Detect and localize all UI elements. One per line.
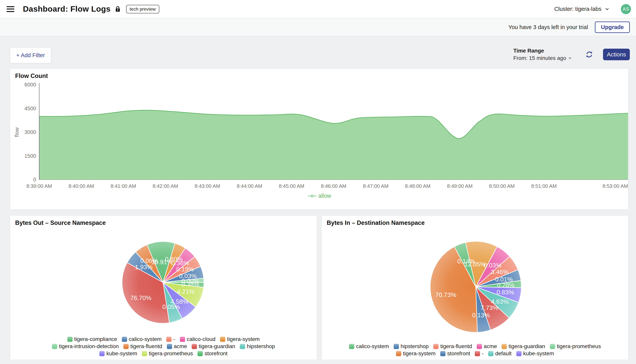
legend-swatch bbox=[550, 344, 555, 349]
legend-item-tigera-prometheus[interactable]: tigera-prometheus bbox=[550, 343, 601, 350]
legend-item-tigera-fluentd[interactable]: tigera-fluentd bbox=[123, 343, 162, 350]
legend-label: calico-cloud bbox=[187, 336, 216, 342]
legend-swatch bbox=[477, 344, 482, 349]
legend-label: kube-system bbox=[523, 350, 554, 357]
legend-swatch bbox=[192, 344, 197, 349]
legend-label: storefront bbox=[447, 350, 470, 357]
flow-count-area-chart[interactable]: 01500300045006000flow8:39:00 AM8:40:00 A… bbox=[10, 68, 629, 210]
time-range-selector[interactable]: Time Range From: 15 minutes ago bbox=[513, 47, 572, 62]
x-tick-label: 8:43:00 AM bbox=[195, 183, 220, 189]
legend-item-acme[interactable]: acme bbox=[167, 343, 187, 350]
pie-percent-label: 3.46% bbox=[491, 268, 509, 276]
legend-item-tigera-intrusion-detection[interactable]: tigera-intrusion-detection bbox=[52, 343, 119, 350]
legend-swatch bbox=[502, 344, 507, 349]
legend-label: acme bbox=[174, 343, 187, 350]
legend-label: tigera-system bbox=[227, 336, 260, 342]
legend-swatch bbox=[123, 344, 129, 349]
refresh-icon[interactable] bbox=[585, 51, 593, 58]
legend-item-tigera-guardian[interactable]: tigera-guardian bbox=[192, 343, 235, 350]
legend-swatch bbox=[349, 344, 354, 349]
legend-item-kube-system[interactable]: kube-system bbox=[99, 350, 137, 357]
legend-item-tigera-prometheus[interactable]: tigera-prometheus bbox=[142, 350, 193, 357]
legend-label: tigera-fluentd bbox=[440, 343, 472, 350]
legend-label: tigera-prometheus bbox=[149, 350, 193, 357]
legend-label: - bbox=[173, 336, 175, 342]
legend-item-hipstershop[interactable]: hipstershop bbox=[240, 343, 275, 350]
x-tick-label: 8:50:00 AM bbox=[489, 183, 515, 189]
x-tick-label: 8:45:00 AM bbox=[279, 183, 304, 189]
bytes-out-panel: Bytes Out – Source Namespace 10.91%0.60%… bbox=[10, 215, 317, 360]
legend-item-default[interactable]: default bbox=[488, 350, 511, 357]
legend-swatch bbox=[52, 344, 57, 349]
pie-percent-label: 70.73% bbox=[435, 291, 456, 298]
legend-item-hipstershop[interactable]: hipstershop bbox=[394, 343, 429, 350]
legend-item-tigera-system[interactable]: tigera-system bbox=[220, 336, 260, 342]
legend-label: calico-system bbox=[129, 336, 162, 342]
legend-label: calico-system bbox=[356, 343, 389, 350]
pie-percent-label: 76.70% bbox=[130, 294, 152, 302]
legend-item-calico-cloud[interactable]: calico-cloud bbox=[180, 336, 216, 342]
legend-item-allow[interactable]: allow bbox=[308, 193, 331, 199]
x-tick-label: 8:42:00 AM bbox=[153, 183, 178, 189]
pie-percent-label: 0.28% bbox=[497, 282, 515, 288]
pie-percent-label: 7.73% bbox=[481, 304, 498, 311]
y-tick-label: 0 bbox=[33, 177, 36, 182]
legend-item--[interactable]: - bbox=[475, 350, 483, 357]
legend-item-tigera-system[interactable]: tigera-system bbox=[396, 350, 436, 357]
cluster-selector[interactable]: Cluster: tigera-labs bbox=[554, 6, 610, 12]
chevron-down-icon bbox=[604, 6, 610, 12]
legend-swatch bbox=[197, 351, 203, 356]
time-range-title: Time Range bbox=[513, 47, 572, 54]
legend-item-acme[interactable]: acme bbox=[477, 343, 497, 350]
x-tick-label: 8:53:00 AM bbox=[602, 183, 628, 189]
legend-item-storefront[interactable]: storefront bbox=[197, 350, 227, 357]
pie-percent-label: 1.93% bbox=[135, 264, 153, 270]
legend-swatch bbox=[396, 351, 401, 356]
add-filter-button[interactable]: + Add Filter bbox=[10, 47, 52, 64]
legend-swatch bbox=[166, 337, 172, 342]
legend-label: default bbox=[495, 350, 511, 357]
x-tick-label: 8:46:00 AM bbox=[321, 183, 347, 189]
legend-label: tigera-system bbox=[403, 350, 436, 357]
legend-swatch bbox=[142, 351, 147, 356]
pie-percent-label: 0.13% bbox=[472, 312, 490, 319]
allow-line-icon bbox=[308, 194, 316, 198]
trial-banner: You have 3 days left in your trial Upgra… bbox=[0, 18, 636, 36]
upgrade-button[interactable]: Upgrade bbox=[595, 22, 630, 33]
lock-icon bbox=[115, 6, 121, 12]
actions-button[interactable]: Actions bbox=[603, 49, 630, 60]
tech-preview-badge: tech preview bbox=[126, 5, 159, 13]
legend-swatch bbox=[433, 344, 439, 349]
legend-item-storefront[interactable]: storefront bbox=[440, 350, 470, 357]
legend-item-tigera-compliance[interactable]: tigera-compliance bbox=[67, 336, 117, 342]
legend-swatch bbox=[180, 337, 185, 342]
legend-label: hipstershop bbox=[247, 343, 275, 350]
x-tick-label: 8:49:00 AM bbox=[447, 183, 473, 189]
trial-message: You have 3 days left in your trial bbox=[508, 24, 588, 30]
legend-item-calico-system[interactable]: calico-system bbox=[349, 343, 389, 350]
legend-swatch bbox=[167, 344, 172, 349]
legend-item-calico-system[interactable]: calico-system bbox=[122, 336, 162, 342]
legend-label: tigera-fluentd bbox=[130, 343, 162, 350]
legend-swatch bbox=[99, 351, 105, 356]
legend-item-kube-system[interactable]: kube-system bbox=[516, 350, 554, 357]
legend-swatch bbox=[122, 337, 127, 342]
bytes-in-pie-chart[interactable]: 12.05%0.03%3.46%0.01%0.28%0.83%4.63%7.73… bbox=[322, 216, 629, 360]
page-title: Dashboard: Flow Logs bbox=[23, 4, 111, 14]
legend-swatch bbox=[488, 351, 493, 356]
legend-item-tigera-guardian[interactable]: tigera-guardian bbox=[502, 343, 545, 350]
menu-icon[interactable] bbox=[7, 6, 14, 12]
y-axis-label: flow bbox=[14, 127, 20, 137]
x-tick-label: 8:44:00 AM bbox=[237, 183, 262, 189]
pie-percent-label: 0.06% bbox=[140, 257, 158, 264]
y-tick-label: 1500 bbox=[25, 153, 36, 159]
x-tick-label: 8:40:00 AM bbox=[69, 183, 94, 189]
flow-chart-legend: allow bbox=[10, 193, 629, 199]
x-tick-label: 8:51:00 AM bbox=[531, 183, 557, 189]
pie-percent-label: 0.38% bbox=[182, 281, 199, 288]
legend-swatch bbox=[240, 344, 245, 349]
legend-label: tigera-prometheus bbox=[557, 343, 601, 350]
avatar[interactable]: AS bbox=[621, 4, 631, 14]
legend-item--[interactable]: - bbox=[166, 336, 175, 342]
legend-item-tigera-fluentd[interactable]: tigera-fluentd bbox=[433, 343, 472, 350]
